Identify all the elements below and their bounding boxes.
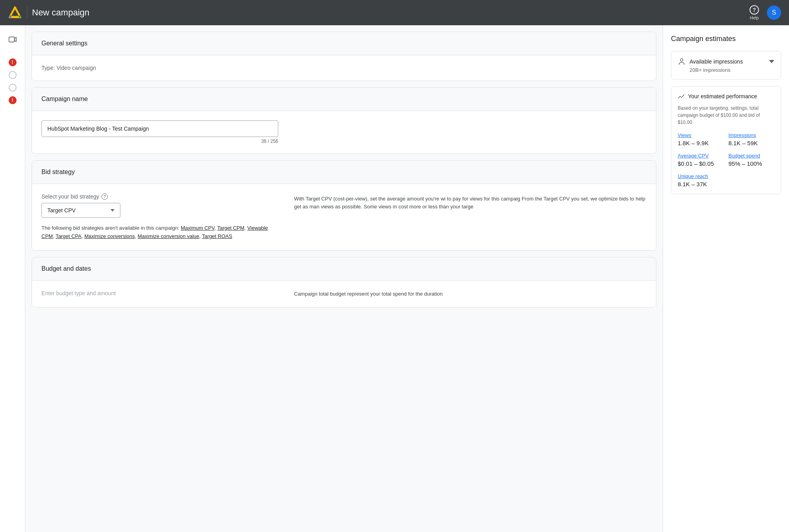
unavailable-strategy-4[interactable]: Target CPA: [56, 233, 82, 239]
budget-dates-header: Budget and dates: [32, 257, 656, 281]
campaign-name-body: 38 / 256: [32, 111, 656, 154]
header-divider: [27, 7, 27, 19]
unavailable-prefix: The following bid strategies aren't avai…: [41, 225, 179, 231]
campaign-type-label: Type: Video campaign: [41, 65, 647, 71]
general-settings-body: Type: Video campaign: [32, 55, 656, 81]
budget-dates-title: Budget and dates: [41, 265, 647, 272]
sidebar: ! !: [0, 25, 25, 532]
header-actions: ? Help S: [750, 5, 781, 20]
bid-description-text: With Target CPV (cost-per-view), set the…: [294, 196, 645, 210]
budget-left: Enter budget type and amount: [41, 290, 278, 298]
impressions-person-icon: [678, 58, 686, 66]
help-button[interactable]: ? Help: [750, 5, 759, 20]
sidebar-step-3[interactable]: [9, 84, 17, 92]
metric-avg-cpv-label[interactable]: Average CPV: [678, 153, 724, 159]
metric-unique-reach: Unique reach 8.1K – 37K: [678, 173, 724, 187]
unavailable-strategy-5[interactable]: Maximize conversions: [84, 233, 135, 239]
bid-strategy-content: Select your bid strategy ? Target CPV Th…: [41, 193, 647, 241]
svg-point-6: [680, 59, 683, 62]
sidebar-step-error-1[interactable]: !: [9, 58, 17, 66]
bid-description: With Target CPV (cost-per-view), set the…: [294, 193, 647, 241]
page-title: New campaign: [32, 7, 90, 18]
bid-strategy-card: Bid strategy Select your bid strategy ? …: [32, 160, 656, 251]
campaign-name-input[interactable]: [41, 120, 278, 137]
budget-description: Campaign total budget represent your tot…: [294, 290, 647, 298]
metric-budget-spend-value: 95% – 100%: [729, 160, 775, 167]
performance-header: Your estimated performance: [678, 93, 774, 100]
impressions-left: Available impressions: [678, 58, 743, 66]
budget-description-text: Campaign total budget represent your tot…: [294, 291, 443, 297]
campaign-name-card: Campaign name 38 / 256: [32, 87, 656, 154]
general-settings-header: General settings: [32, 32, 656, 55]
impressions-label: Available impressions: [690, 58, 743, 65]
metric-impressions-value: 8.1K – 59K: [729, 140, 775, 146]
svg-point-4: [14, 7, 16, 9]
budget-dates-body: Enter budget type and amount Campaign to…: [32, 281, 656, 307]
svg-rect-5: [9, 37, 14, 42]
metric-unique-reach-label[interactable]: Unique reach: [678, 173, 724, 179]
campaign-name-header: Campaign name: [32, 88, 656, 111]
selected-strategy: Target CPV: [47, 207, 107, 214]
budget-content: Enter budget type and amount Campaign to…: [41, 290, 647, 298]
avatar-letter: S: [772, 9, 776, 16]
campaign-name-counter: 38 / 256: [41, 139, 278, 144]
metric-views-value: 1.8K – 9.9K: [678, 140, 724, 146]
metric-budget-spend-label[interactable]: Budget spend: [729, 153, 775, 159]
metric-avg-cpv-value: $0.01 – $0.05: [678, 160, 724, 167]
svg-point-2: [9, 15, 11, 18]
page-wrapper: ! ! General settings Type: Video campaig…: [0, 25, 789, 532]
dropdown-chevron: [111, 209, 114, 212]
bid-help-icon[interactable]: ?: [101, 193, 108, 200]
impressions-value: 20B+ impressions: [678, 67, 774, 73]
impressions-card[interactable]: Available impressions 20B+ impressions: [671, 51, 781, 80]
user-avatar[interactable]: S: [767, 6, 781, 20]
logo-area: New campaign: [8, 6, 90, 20]
main-content: General settings Type: Video campaign Ca…: [25, 25, 663, 532]
budget-input-placeholder: Enter budget type and amount: [41, 290, 278, 296]
bid-strategy-header: Bid strategy: [32, 161, 656, 184]
campaign-name-title: Campaign name: [41, 96, 647, 103]
bid-left: Select your bid strategy ? Target CPV Th…: [41, 193, 278, 241]
general-settings-title: General settings: [41, 40, 647, 47]
unavailable-strategy-2[interactable]: Target CPM: [217, 225, 244, 231]
metric-views: Views 1.8K – 9.9K: [678, 132, 724, 146]
right-panel: Campaign estimates Available impressions…: [663, 25, 789, 532]
sidebar-step-2[interactable]: [9, 71, 17, 79]
select-label-text: Select your bid strategy: [41, 193, 99, 200]
metric-avg-cpv: Average CPV $0.01 – $0.05: [678, 153, 724, 167]
video-icon: [8, 35, 17, 44]
unavailable-strategy-1[interactable]: Maximum CPV: [181, 225, 214, 231]
performance-title: Your estimated performance: [688, 93, 757, 99]
bid-strategy-body: Select your bid strategy ? Target CPV Th…: [32, 184, 656, 250]
metric-unique-reach-value: 8.1K – 37K: [678, 181, 724, 187]
performance-desc: Based on your targeting, settings, total…: [678, 105, 774, 126]
sidebar-step-error-2[interactable]: !: [9, 96, 17, 104]
sidebar-video-icon[interactable]: [5, 32, 21, 47]
panel-title: Campaign estimates: [671, 35, 781, 43]
performance-section: Your estimated performance Based on your…: [671, 86, 781, 194]
metric-views-label[interactable]: Views: [678, 132, 724, 138]
metric-impressions-label[interactable]: Impressions: [729, 132, 775, 138]
google-ads-logo: [8, 6, 22, 20]
bid-strategy-dropdown[interactable]: Target CPV: [41, 203, 120, 218]
bid-strategy-title: Bid strategy: [41, 169, 647, 176]
unavailable-strategy-6[interactable]: Maximize conversion value: [138, 233, 199, 239]
metrics-grid: Views 1.8K – 9.9K Impressions 8.1K – 59K…: [678, 132, 774, 187]
impressions-chevron: [769, 60, 774, 63]
select-label: Select your bid strategy ?: [41, 193, 278, 200]
svg-point-3: [19, 15, 21, 18]
budget-dates-card: Budget and dates Enter budget type and a…: [32, 257, 656, 308]
trend-icon: [678, 93, 685, 100]
unavailable-text: The following bid strategies aren't avai…: [41, 224, 278, 241]
help-icon: ?: [750, 5, 759, 15]
unavailable-strategy-7[interactable]: Target ROAS: [202, 233, 232, 239]
metric-budget-spend: Budget spend 95% – 100%: [729, 153, 775, 167]
help-label: Help: [750, 15, 759, 20]
header: New campaign ? Help S: [0, 0, 789, 25]
metric-impressions: Impressions 8.1K – 59K: [729, 132, 775, 146]
sidebar-steps: ! !: [9, 58, 17, 104]
impressions-header: Available impressions: [678, 58, 774, 66]
general-settings-card: General settings Type: Video campaign: [32, 32, 656, 81]
